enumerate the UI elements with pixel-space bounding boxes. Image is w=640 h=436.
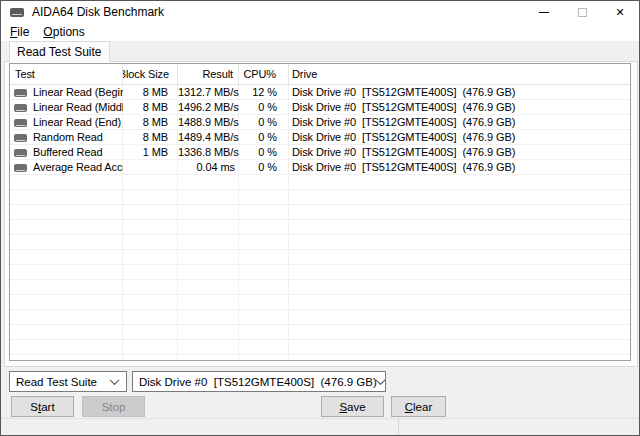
chevron-down-icon <box>111 378 118 385</box>
column-header-block-size[interactable]: Block Size <box>123 64 178 84</box>
block-size-value: 8 MB <box>123 115 178 130</box>
disk-icon <box>14 164 27 172</box>
table-row[interactable]: Linear Read (End) 8 MB 1488.9 MB/s 0 % D… <box>10 115 630 130</box>
close-icon: ✕ <box>615 7 624 18</box>
test-name: Average Read Access <box>33 160 123 175</box>
result-value: 1488.9 MB/s <box>178 115 239 130</box>
table-row[interactable]: Buffered Read 1 MB 1336.8 MB/s 0 % Disk … <box>10 145 630 160</box>
test-suite-value: Read Test Suite <box>16 376 97 388</box>
chevron-down-icon <box>377 378 384 385</box>
column-header-test[interactable]: Test <box>10 64 123 84</box>
tab-read-test-suite[interactable]: Read Test Suite <box>9 41 110 62</box>
menu-bar: File Options <box>1 23 639 41</box>
result-value: 1312.7 MB/s <box>178 85 239 100</box>
result-value: 0.04 ms <box>178 160 239 175</box>
save-button[interactable]: Save <box>321 396 384 417</box>
cpu-value: 12 % <box>239 85 289 100</box>
app-icon <box>10 8 24 17</box>
maximize-button[interactable] <box>563 1 601 23</box>
drive-value: Disk Drive #0 [TS512GMTE400S] (476.9 GB) <box>289 100 630 115</box>
result-value: 1496.2 MB/s <box>178 100 239 115</box>
cpu-value: 0 % <box>239 130 289 145</box>
block-size-value: 8 MB <box>123 85 178 100</box>
table-row[interactable]: Linear Read (Begin) 8 MB 1312.7 MB/s 12 … <box>10 85 630 100</box>
test-name: Linear Read (Middle) <box>33 100 123 115</box>
minimize-icon <box>539 12 549 13</box>
disk-icon <box>14 89 27 97</box>
disk-icon <box>14 104 27 112</box>
tab-page: Test Block Size Result CPU% Drive Linear… <box>4 61 638 367</box>
drive-select[interactable]: Disk Drive #0 [TS512GMTE400S] (476.9 GB) <box>132 371 386 392</box>
title-bar[interactable]: AIDA64 Disk Benchmark ✕ <box>1 1 639 23</box>
status-pane-left <box>1 419 399 435</box>
test-name: Linear Read (Begin) <box>33 85 123 100</box>
caption-buttons: ✕ <box>525 1 639 23</box>
results-table: Test Block Size Result CPU% Drive Linear… <box>9 63 631 361</box>
drive-value: Disk Drive #0 [TS512GMTE400S] (476.9 GB) <box>289 85 630 100</box>
cpu-value: 0 % <box>239 100 289 115</box>
minimize-button[interactable] <box>525 1 563 23</box>
block-size-value: 8 MB <box>123 130 178 145</box>
table-header: Test Block Size Result CPU% Drive <box>10 64 630 85</box>
cpu-value: 0 % <box>239 115 289 130</box>
result-value: 1489.4 MB/s <box>178 130 239 145</box>
drive-value: Disk Drive #0 [TS512GMTE400S] (476.9 GB) <box>289 115 630 130</box>
menu-file[interactable]: File <box>3 24 36 40</box>
test-name: Linear Read (End) <box>33 115 121 130</box>
status-pane-right <box>399 419 639 435</box>
table-row[interactable]: Linear Read (Middle) 8 MB 1496.2 MB/s 0 … <box>10 100 630 115</box>
table-row[interactable]: Average Read Access 0.04 ms 0 % Disk Dri… <box>10 160 630 175</box>
drive-value: Disk Drive #0 [TS512GMTE400S] (476.9 GB) <box>289 160 630 175</box>
cpu-value: 0 % <box>239 160 289 175</box>
result-value: 1336.8 MB/s <box>178 145 239 160</box>
drive-value: Disk Drive #0 [TS512GMTE400S] (476.9 GB) <box>289 145 630 160</box>
cpu-value: 0 % <box>239 145 289 160</box>
close-button[interactable]: ✕ <box>601 1 639 23</box>
maximize-icon <box>578 8 587 17</box>
status-bar <box>1 418 639 435</box>
drive-value: Disk Drive #0 [TS512GMTE400S] (476.9 GB) <box>289 130 630 145</box>
disk-icon <box>14 149 27 157</box>
block-size-value: 8 MB <box>123 100 178 115</box>
column-header-cpu[interactable]: CPU% <box>239 64 289 84</box>
start-button[interactable]: Start <box>11 396 74 417</box>
table-row[interactable]: Random Read 8 MB 1489.4 MB/s 0 % Disk Dr… <box>10 130 630 145</box>
drive-select-value: Disk Drive #0 [TS512GMTE400S] (476.9 GB) <box>139 376 377 388</box>
block-size-value <box>123 160 178 175</box>
app-window: AIDA64 Disk Benchmark ✕ File Options Rea… <box>0 0 640 436</box>
stop-button[interactable]: Stop <box>82 396 145 417</box>
disk-icon <box>14 134 27 142</box>
test-name: Random Read <box>33 130 103 145</box>
column-header-drive[interactable]: Drive <box>289 64 630 84</box>
column-header-result[interactable]: Result <box>178 64 239 84</box>
clear-button[interactable]: Clear <box>391 396 446 417</box>
disk-icon <box>14 119 27 127</box>
menu-options[interactable]: Options <box>36 24 91 40</box>
test-suite-select[interactable]: Read Test Suite <box>9 371 127 392</box>
table-body: Linear Read (Begin) 8 MB 1312.7 MB/s 12 … <box>10 85 630 361</box>
test-name: Buffered Read <box>33 145 102 160</box>
block-size-value: 1 MB <box>123 145 178 160</box>
window-title: AIDA64 Disk Benchmark <box>32 5 164 19</box>
